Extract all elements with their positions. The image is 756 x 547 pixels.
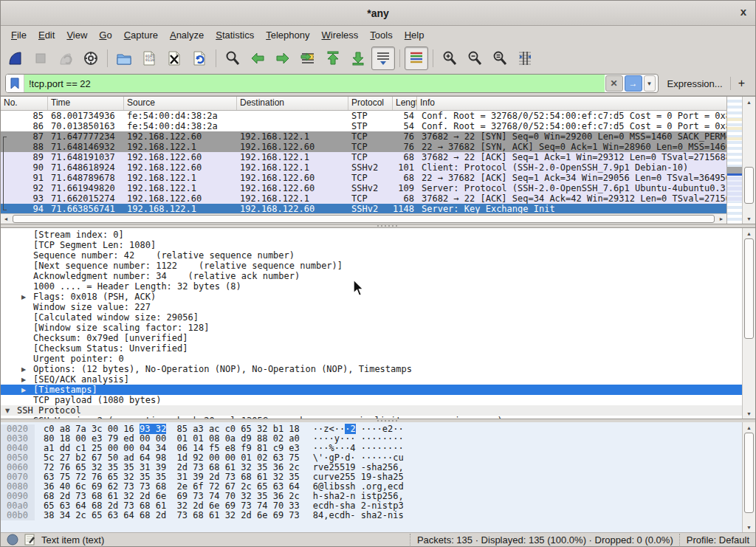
menu-telephony[interactable]: Telephony	[260, 27, 315, 43]
detail-line[interactable]: [Stream index: 0]	[1, 230, 742, 240]
packet-row[interactable]: 94 71.663856741 192.168.122.1 192.168.12…	[1, 204, 726, 213]
column-no[interactable]: No.	[1, 97, 48, 110]
detail-line[interactable]: ▶[SEQ/ACK analysis]	[1, 374, 742, 385]
filter-input[interactable]: !tcp.port == 22	[24, 75, 605, 92]
filter-bookmark-icon[interactable]	[6, 75, 24, 92]
menu-view[interactable]: View	[61, 27, 93, 43]
menu-wireless[interactable]: Wireless	[316, 27, 365, 43]
add-filter-button[interactable]: +	[730, 77, 751, 90]
hex-vscrollbar[interactable]: ▲ ▼	[742, 422, 755, 532]
expander-icon[interactable]: ▼	[5, 407, 17, 414]
start-capture-icon[interactable]	[4, 47, 27, 70]
menu-file[interactable]: File	[5, 27, 32, 43]
column-info[interactable]: Info	[417, 97, 726, 110]
detail-line[interactable]: TCP payload (1080 bytes)	[1, 395, 742, 405]
zoom-original-icon[interactable]	[488, 47, 512, 70]
column-destination[interactable]: Destination	[237, 97, 348, 110]
packet-row[interactable]: 89 71.648191037 192.168.122.60 192.168.1…	[1, 152, 726, 162]
packet-list-hscrollbar[interactable]: ◄ ►	[1, 213, 726, 224]
menu-help[interactable]: Help	[399, 27, 430, 43]
scroll-up-icon[interactable]: ▲	[743, 228, 755, 238]
filter-clear-icon[interactable]: ✕	[605, 75, 623, 92]
detail-line[interactable]: [Calculated window size: 29056]	[1, 312, 742, 323]
packet-row[interactable]: 87 71.647777234 192.168.122.60 192.168.1…	[1, 131, 726, 142]
scroll-right-icon[interactable]: ►	[716, 214, 726, 224]
expander-icon[interactable]: ▶	[21, 376, 33, 383]
scroll-down-icon[interactable]: ▼	[743, 214, 755, 224]
menu-go[interactable]: Go	[93, 27, 117, 43]
find-packet-icon[interactable]	[221, 47, 244, 70]
capture-comment-icon[interactable]	[24, 534, 35, 546]
detail-line[interactable]: ▶Options: (12 bytes), No-Operation (NOP)…	[1, 364, 742, 374]
hex-row[interactable]: 00b038 34 2c 65 63 64 68 2d 73 68 61 32 …	[1, 511, 742, 520]
expander-icon[interactable]: ▶	[21, 387, 33, 393]
colorize-icon[interactable]	[405, 47, 428, 70]
reload-file-icon[interactable]	[188, 47, 211, 70]
packet-row[interactable]: 85 68.001734936 fe:54:00:d4:38:2a STP 54…	[1, 111, 726, 121]
scroll-left-icon[interactable]: ◄	[1, 214, 11, 224]
expert-info-icon[interactable]	[7, 534, 18, 546]
menu-capture[interactable]: Capture	[118, 27, 164, 43]
packet-row[interactable]: 92 71.661949820 192.168.122.1 192.168.12…	[1, 183, 726, 193]
packet-row[interactable]: 88 71.648146932 192.168.122.1 192.168.12…	[1, 142, 726, 152]
detail-line[interactable]: Urgent pointer: 0	[1, 354, 742, 364]
capture-options-icon[interactable]	[79, 47, 103, 70]
packet-list-vscrollbar[interactable]: ▲ ▼	[742, 97, 755, 224]
detail-line[interactable]: [Window size scaling factor: 128]	[1, 323, 742, 333]
go-forward-icon[interactable]	[271, 47, 295, 70]
scroll-down-icon[interactable]: ▼	[743, 409, 755, 419]
profile[interactable]: Profile: Default	[687, 534, 749, 546]
zoom-out-icon[interactable]	[463, 47, 487, 70]
vscroll-thumb[interactable]	[744, 167, 754, 204]
detail-line[interactable]: [Next sequence number: 1122 (relative se…	[1, 261, 742, 271]
goto-packet-icon[interactable]	[296, 47, 320, 70]
detail-line[interactable]: Sequence number: 42 (relative sequence n…	[1, 250, 742, 261]
menu-statistics[interactable]: Statistics	[210, 27, 260, 43]
detail-line[interactable]: ▶[Timestamps]	[1, 385, 742, 395]
vscroll-thumb[interactable]	[744, 433, 754, 513]
detail-line[interactable]: ▼SSH Protocol	[1, 405, 742, 416]
close-file-icon[interactable]	[162, 47, 186, 70]
resize-columns-icon[interactable]	[513, 47, 537, 70]
stop-capture-icon[interactable]	[29, 47, 52, 70]
detail-line[interactable]: 1000 .... = Header Length: 32 bytes (8)	[1, 281, 742, 292]
close-icon[interactable]: x	[740, 5, 746, 18]
detail-line[interactable]: [Checksum Status: Unverified]	[1, 343, 742, 354]
expander-icon[interactable]: ▶	[21, 294, 33, 300]
packet-row[interactable]: 91 71.648789678 192.168.122.1 192.168.12…	[1, 173, 726, 183]
open-file-icon[interactable]	[112, 47, 136, 70]
hscroll-thumb[interactable]	[13, 215, 715, 223]
expander-icon[interactable]: ▶	[21, 418, 33, 419]
column-time[interactable]: Time	[48, 97, 124, 110]
filter-dropdown-icon[interactable]: ▼	[644, 75, 656, 92]
scroll-up-icon[interactable]: ▲	[743, 97, 755, 107]
go-first-icon[interactable]	[321, 47, 345, 70]
intelligent-scrollbar-minimap[interactable]	[726, 97, 742, 224]
column-protocol[interactable]: Protocol	[348, 97, 393, 110]
detail-line[interactable]: Window size value: 227	[1, 302, 742, 312]
column-length[interactable]: Length	[393, 97, 417, 110]
detail-line[interactable]: Checksum: 0x79ed [unverified]	[1, 333, 742, 343]
detail-line[interactable]: [TCP Segment Len: 1080]	[1, 240, 742, 250]
scroll-up-icon[interactable]: ▲	[743, 422, 755, 433]
column-source[interactable]: Source	[124, 97, 237, 110]
expression-button[interactable]: Expression...	[659, 78, 730, 89]
menu-edit[interactable]: Edit	[32, 27, 61, 43]
expander-icon[interactable]: ▶	[21, 366, 33, 373]
menu-tools[interactable]: Tools	[364, 27, 398, 43]
zoom-in-icon[interactable]	[438, 47, 461, 70]
menu-analyze[interactable]: Analyze	[164, 27, 210, 43]
detail-line[interactable]: ▶Flags: 0x018 (PSH, ACK)	[1, 292, 742, 302]
detail-line[interactable]: Acknowledgment number: 34 (relative ack …	[1, 271, 742, 281]
display-filter-field[interactable]: !tcp.port == 22 ✕ → ▼	[5, 74, 659, 93]
go-last-icon[interactable]	[346, 47, 370, 70]
title-bar[interactable]: *any x	[1, 1, 755, 26]
packet-row[interactable]: 86 70.013850163 fe:54:00:d4:38:2a STP 54…	[1, 121, 726, 131]
packet-row[interactable]: 93 71.662015274 192.168.122.60 192.168.1…	[1, 193, 726, 204]
save-file-icon[interactable]: 01010110	[137, 47, 161, 70]
go-back-icon[interactable]	[246, 47, 269, 70]
filter-apply-icon[interactable]: →	[625, 75, 642, 92]
details-vscrollbar[interactable]: ▲ ▼	[742, 228, 755, 419]
autoscroll-icon[interactable]	[371, 47, 395, 70]
vscroll-thumb[interactable]	[744, 238, 754, 339]
